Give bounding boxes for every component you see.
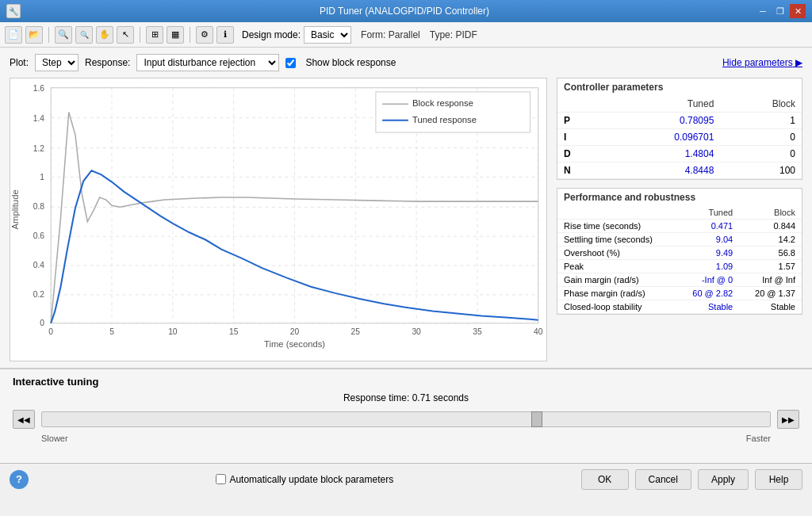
- zoom-in-button[interactable]: 🔍: [55, 26, 72, 44]
- response-select[interactable]: Input disturbance rejection: [136, 54, 279, 71]
- svg-text:Time (seconds): Time (seconds): [264, 339, 325, 349]
- show-block-checkbox[interactable]: [285, 58, 296, 68]
- plot-select[interactable]: Step: [35, 54, 79, 71]
- svg-text:1: 1: [40, 174, 44, 182]
- pan-button[interactable]: ✋: [96, 26, 113, 44]
- svg-text:0: 0: [40, 319, 44, 327]
- perf-row: Phase margin (rad/s) 60 @ 2.82 20 @ 1.37: [557, 287, 802, 300]
- info-button[interactable]: ℹ: [216, 26, 234, 44]
- perf-row: Rise time (seconds) 0.471 0.844: [557, 220, 802, 233]
- close-button[interactable]: ✕: [790, 4, 806, 18]
- perf-row: Settling time (seconds) 9.04 14.2: [557, 233, 802, 247]
- svg-text:5: 5: [109, 327, 114, 336]
- perf-tuned: 1.09: [676, 260, 739, 273]
- param-tuned: 1.4804: [602, 146, 721, 162]
- title-bar: 🔧 PID Tuner (ANALOGPID/PID Controller) ─…: [0, 0, 812, 22]
- svg-text:0.8: 0.8: [33, 202, 45, 211]
- design-mode-select[interactable]: Basic: [304, 26, 351, 44]
- faster-label: Faster: [746, 434, 771, 443]
- controller-params-title: Controller parameters: [557, 78, 802, 96]
- slower-button[interactable]: ◀◀: [13, 410, 35, 429]
- svg-text:0.2: 0.2: [33, 290, 45, 299]
- params-panel: Controller parameters Tuned Block P 0.78…: [557, 78, 802, 361]
- help-button[interactable]: Help: [755, 469, 802, 490]
- svg-text:0.6: 0.6: [33, 231, 45, 240]
- show-block-label: Show block response: [305, 57, 396, 68]
- param-label: D: [557, 146, 602, 162]
- perf-label: Rise time (seconds): [557, 220, 676, 233]
- perf-label: Closed-loop stability: [557, 300, 676, 314]
- perf-col-header-block: Block: [739, 206, 802, 220]
- cursor-button[interactable]: ↖: [117, 26, 134, 44]
- svg-text:1.6: 1.6: [33, 84, 45, 93]
- help-icon-button[interactable]: ?: [10, 470, 29, 489]
- response-time-label: Response time: 0.71 seconds: [13, 392, 799, 403]
- svg-text:15: 15: [229, 327, 239, 336]
- new-button[interactable]: 📄: [5, 26, 22, 44]
- perf-block: Inf @ Inf: [739, 273, 802, 287]
- response-slider[interactable]: [41, 411, 771, 427]
- window-title: PID Tuner (ANALOGPID/PID Controller): [54, 6, 755, 17]
- param-tuned: 4.8448: [602, 162, 721, 179]
- perf-col-header-tuned: Tuned: [676, 206, 739, 220]
- param-block: 100: [720, 162, 802, 179]
- cancel-button[interactable]: Cancel: [635, 469, 691, 490]
- faster-button[interactable]: ▶▶: [777, 410, 799, 429]
- perf-block: 14.2: [739, 233, 802, 247]
- minimize-button[interactable]: ─: [755, 4, 771, 18]
- svg-text:10: 10: [168, 327, 178, 336]
- svg-text:25: 25: [351, 327, 361, 336]
- controls-row: Plot: Step Response: Input disturbance r…: [10, 54, 802, 71]
- param-tuned: 0.096701: [602, 129, 721, 146]
- perf-col-header-param: [557, 206, 676, 220]
- controller-params-section: Controller parameters Tuned Block P 0.78…: [557, 78, 802, 180]
- open-button[interactable]: 📂: [25, 26, 43, 44]
- slider-labels: Slower Faster: [13, 434, 799, 443]
- window-controls: ─ ❐ ✕: [755, 4, 806, 18]
- controller-params-table: Tuned Block P 0.78095 1 I 0.096701 0 D 1…: [557, 96, 802, 179]
- toolbar: 📄 📂 🔍 🔍 ✋ ↖ ⊞ ▦ ⚙ ℹ Design mode: Basic F…: [0, 22, 812, 48]
- performance-table: Tuned Block Rise time (seconds) 0.471 0.…: [557, 206, 802, 314]
- perf-tuned: Stable: [676, 300, 739, 314]
- hide-params-button[interactable]: Hide parameters ▶: [722, 57, 802, 68]
- separator-1: [48, 27, 49, 43]
- perf-row: Closed-loop stability Stable Stable: [557, 300, 802, 314]
- grid-button[interactable]: ⊞: [146, 26, 163, 44]
- chart-container: 1.6 1.4 1.2 1 0.8 0.6 0.4 0.2 0 0 5 10 1…: [10, 78, 547, 361]
- ok-button[interactable]: OK: [581, 469, 629, 490]
- svg-text:0.4: 0.4: [33, 261, 45, 269]
- svg-text:0: 0: [48, 327, 53, 336]
- interactive-tuning-section: Interactive tuning Response time: 0.71 s…: [0, 368, 812, 463]
- param-label: P: [557, 113, 602, 129]
- perf-block: 56.8: [739, 247, 802, 260]
- perf-tuned: 60 @ 2.82: [676, 287, 739, 300]
- perf-block: 1.57: [739, 260, 802, 273]
- svg-text:40: 40: [534, 327, 543, 336]
- col-header-param: [557, 96, 602, 113]
- perf-row: Overshoot (%) 9.49 56.8: [557, 247, 802, 260]
- snap-button[interactable]: ▦: [167, 26, 184, 44]
- slower-label: Slower: [41, 434, 68, 443]
- param-block: 0: [720, 146, 802, 162]
- svg-text:Block response: Block response: [412, 98, 473, 108]
- apply-button[interactable]: Apply: [698, 469, 749, 490]
- chart-svg: 1.6 1.4 1.2 1 0.8 0.6 0.4 0.2 0 0 5 10 1…: [10, 78, 546, 361]
- zoom-out-button[interactable]: 🔍: [75, 26, 93, 44]
- slider-thumb[interactable]: [531, 411, 542, 427]
- restore-button[interactable]: ❐: [772, 4, 788, 18]
- param-tuned: 0.78095: [602, 113, 721, 129]
- perf-row: Peak 1.09 1.57: [557, 260, 802, 273]
- settings-button[interactable]: ⚙: [196, 26, 213, 44]
- perf-label: Peak: [557, 260, 676, 273]
- form-text: Form: Parallel: [361, 29, 420, 40]
- param-label: N: [557, 162, 602, 179]
- auto-update-checkbox[interactable]: [216, 474, 226, 484]
- controller-param-row: P 0.78095 1: [557, 113, 802, 129]
- perf-tuned: 0.471: [676, 220, 739, 233]
- separator-2: [140, 27, 140, 43]
- response-label: Response:: [85, 57, 130, 68]
- chart-params-area: 1.6 1.4 1.2 1 0.8 0.6 0.4 0.2 0 0 5 10 1…: [10, 78, 802, 361]
- plot-label: Plot:: [10, 57, 29, 68]
- controller-param-row: I 0.096701 0: [557, 129, 802, 146]
- col-header-tuned: Tuned: [602, 96, 721, 113]
